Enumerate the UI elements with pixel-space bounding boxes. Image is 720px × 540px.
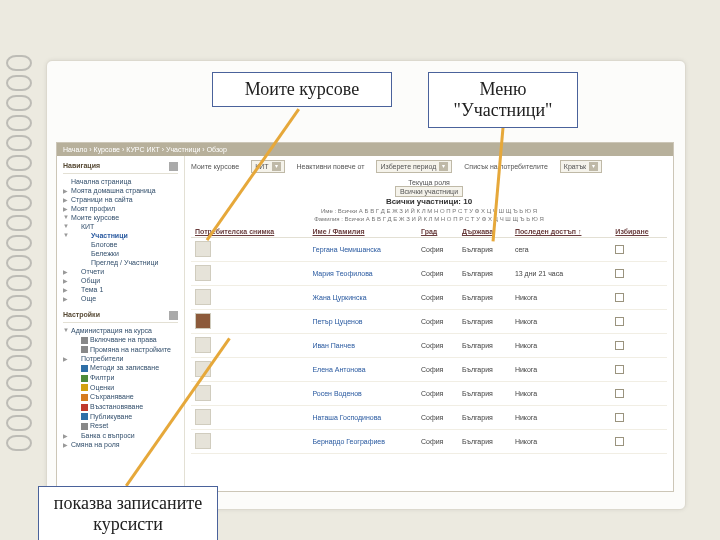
col-country[interactable]: Държава [458,226,511,238]
cell-city: София [417,334,458,358]
cell-name[interactable]: Росен Воденов [308,382,416,406]
cell-city: София [417,406,458,430]
cell-last-access: Никога [511,406,611,430]
avatar[interactable] [195,409,211,425]
table-row: Мария ТеофиловаСофияБългария13 дни 21 ча… [191,262,667,286]
nav-blogs[interactable]: Блогове [63,240,178,249]
person-icon [81,365,88,372]
table-row: Бернардо ГеографиевСофияБългарияНикога [191,430,667,454]
cell-city: София [417,286,458,310]
settings-reset[interactable]: Reset [63,421,178,431]
avatar[interactable] [195,289,211,305]
settings-course-admin[interactable]: Администрация на курса [63,326,178,335]
reset-icon [81,423,88,430]
chevron-down-icon: ▾ [589,162,598,171]
row-checkbox[interactable] [615,317,624,326]
nav-reports[interactable]: Отчети [63,267,178,276]
nav-my-profile[interactable]: Моят профил [63,204,178,213]
row-checkbox[interactable] [615,269,624,278]
cell-name[interactable]: Елена Антонова [308,358,416,382]
nav-panel-title: Навигация [63,160,178,174]
col-city[interactable]: Град [417,226,458,238]
cell-name[interactable]: Мария Теофилова [308,262,416,286]
nav-my-home[interactable]: Моята домашна страница [63,186,178,195]
col-last-access[interactable]: Последен достъп ↑ [511,226,611,238]
row-checkbox[interactable] [615,389,624,398]
nav-notes[interactable]: Бележки [63,249,178,258]
inactive-select[interactable]: Изберете период▾ [376,160,452,173]
cell-last-access: сега [511,238,611,262]
cell-country: България [458,286,511,310]
row-checkbox[interactable] [615,365,624,374]
row-checkbox[interactable] [615,341,624,350]
row-checkbox[interactable] [615,293,624,302]
cell-country: България [458,238,511,262]
table-row: Гергана ЧемишанскаСофияБългариясега [191,238,667,262]
cell-country: България [458,430,511,454]
settings-grades[interactable]: Оценки [63,383,178,393]
settings-filters[interactable]: Филтри [63,373,178,383]
gear-icon[interactable] [169,311,178,320]
col-select[interactable]: Избиране [611,226,667,238]
table-row: Наташа ГосподиноваСофияБългарияНикога [191,406,667,430]
avatar[interactable] [195,385,211,401]
nav-site-pages[interactable]: Страници на сайта [63,195,178,204]
settings-edit-roles[interactable]: Включване на права [63,335,178,345]
all-participants-button[interactable]: Всички участници [395,186,463,197]
cell-city: София [417,238,458,262]
nav-participants[interactable]: Участници [63,231,178,240]
nav-my-courses[interactable]: Моите курсове [63,213,178,222]
label: Навигация [63,162,100,171]
alpha-filter-firstname[interactable]: Име : Всички А Б В Г Д Е Ж З И Й К Л М Н… [191,208,667,214]
table-row: Иван ПанчевСофияБългарияНикога [191,334,667,358]
cell-name[interactable]: Петър Цуценов [308,310,416,334]
cell-name[interactable]: Жана Цуркинска [308,286,416,310]
annotation-line: Меню [443,79,563,100]
label: Неактивни повече от [297,163,365,170]
avatar[interactable] [195,313,211,329]
cell-name[interactable]: Бернардо Географиев [308,430,416,454]
user-list-select[interactable]: Кратък▾ [560,160,602,173]
cloud-icon [81,413,88,420]
alpha-filter-surname[interactable]: Фамилия : Всички А Б В Г Д Е Ж З И Й К Л… [191,216,667,222]
avatar[interactable] [195,265,211,281]
cell-name[interactable]: Наташа Господинова [308,406,416,430]
cell-city: София [417,310,458,334]
participants-table: Потребителска снимка Име / Фамилия Град … [191,226,667,454]
settings-publish[interactable]: Публикуване [63,412,178,422]
nav-course-kit[interactable]: КИТ [63,222,178,231]
cell-name[interactable]: Иван Панчев [308,334,416,358]
nav-given[interactable]: Преглед / Участници [63,258,178,267]
settings-edit[interactable]: Промяна на настройките [63,345,178,355]
moodle-screenshot: Начало › Курсове › КУРС ИКТ › Участници … [56,142,674,492]
avatar[interactable] [195,337,211,353]
cell-country: България [458,358,511,382]
settings-restore[interactable]: Възстановяване [63,402,178,412]
row-checkbox[interactable] [615,413,624,422]
grades-icon [81,384,88,391]
table-row: Петър ЦуценовСофияБългарияНикога [191,310,667,334]
nav-home[interactable]: Начална страница [63,177,178,186]
pencil-icon [81,337,88,344]
avatar[interactable] [195,433,211,449]
row-checkbox[interactable] [615,437,624,446]
col-name[interactable]: Име / Фамилия [308,226,416,238]
row-checkbox[interactable] [615,245,624,254]
gear-icon[interactable] [169,162,178,171]
cell-last-access: Никога [511,430,611,454]
main-content: Моите курсове КИТ▾ Неактивни повече от И… [185,156,673,490]
settings-switch-role[interactable]: Смяна на роля [63,440,178,449]
settings-backup[interactable]: Съхраняване [63,392,178,402]
nav-topic1[interactable]: Тема 1 [63,285,178,294]
settings-methods[interactable]: Методи за записване [63,363,178,373]
settings-users[interactable]: Потребители [63,354,178,363]
gear-icon [81,346,88,353]
breadcrumb: Начало › Курсове › КУРС ИКТ › Участници … [57,143,673,156]
cell-name[interactable]: Гергана Чемишанска [308,238,416,262]
cell-country: България [458,262,511,286]
nav-common[interactable]: Общи [63,276,178,285]
cell-city: София [417,262,458,286]
table-row: Жана ЦуркинскаСофияБългарияНикога [191,286,667,310]
avatar[interactable] [195,241,211,257]
nav-more[interactable]: Още [63,294,178,303]
